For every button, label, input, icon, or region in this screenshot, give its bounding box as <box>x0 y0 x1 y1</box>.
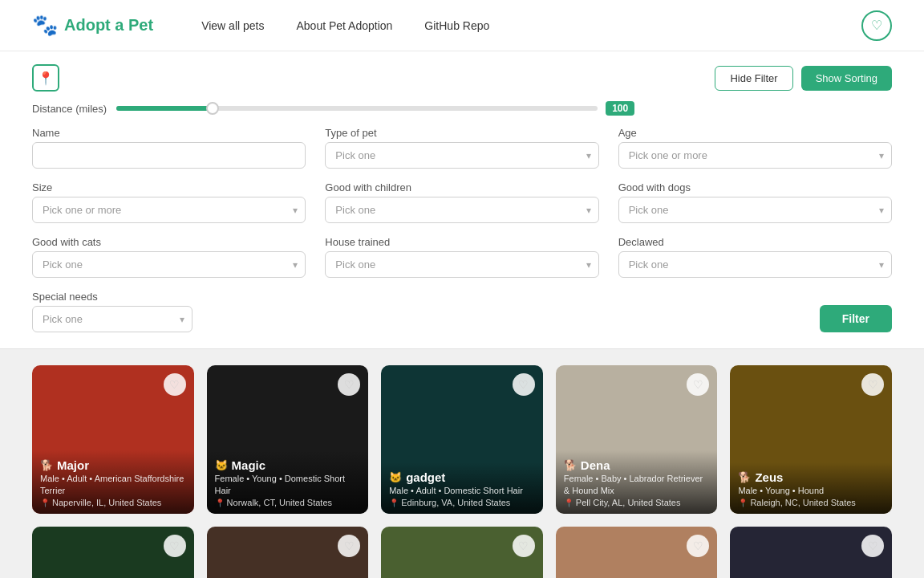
pet-card[interactable]: ♡ <box>32 527 194 578</box>
name-input[interactable] <box>32 142 306 169</box>
heart-icon: ♡ <box>518 539 529 552</box>
pet-details: Male • Adult • American Staffordshire Te… <box>40 473 186 496</box>
main-nav: View all pets About Pet Adoption GitHub … <box>201 19 861 32</box>
pet-card[interactable]: ♡ <box>207 527 369 578</box>
hide-filter-button[interactable]: Hide Filter <box>715 66 792 91</box>
good-children-select-wrapper: Pick one ▾ <box>325 197 598 223</box>
pet-type-icon: 🐕 <box>738 471 751 483</box>
heart-icon: ♡ <box>693 378 703 391</box>
pet-name: 🐕 Major <box>40 458 186 472</box>
size-select-wrapper: Pick one or more ▾ <box>32 197 306 223</box>
pet-details: Female • Baby • Labrador Retriever & Hou… <box>564 473 710 496</box>
pet-name: 🐕 Zeus <box>738 470 884 484</box>
pet-card[interactable]: ♡ 🐕 Major Male • Adult • American Staffo… <box>32 365 194 514</box>
good-cats-label: Good with cats <box>32 236 306 248</box>
pet-favorite-button[interactable]: ♡ <box>164 373 186 396</box>
heart-icon: ♡ <box>169 539 180 552</box>
pet-name: 🐕 Dena <box>564 458 710 472</box>
heart-icon: ♡ <box>518 378 529 391</box>
good-dogs-select[interactable]: Pick one <box>618 197 892 223</box>
type-select-wrapper: Pick one ▾ <box>325 142 598 169</box>
house-trained-field: House trained Pick one ▾ <box>325 236 598 278</box>
size-field: Size Pick one or more ▾ <box>32 181 306 223</box>
declawed-label: Declawed <box>618 236 892 248</box>
slider-thumb[interactable] <box>206 102 219 115</box>
show-sorting-button[interactable]: Show Sorting <box>801 66 892 91</box>
pet-card-info: 🐕 Zeus Male • Young • Hound 📍 Raleigh, N… <box>730 462 892 514</box>
heart-icon: ♡ <box>344 378 355 391</box>
pet-card[interactable]: ♡ <box>556 527 718 578</box>
age-select[interactable]: Pick one or more <box>618 142 892 169</box>
location-icon: 📍 <box>38 71 54 86</box>
pet-type-icon: 🐱 <box>215 459 228 471</box>
pin-icon: 📍 <box>738 499 748 507</box>
house-trained-label: House trained <box>325 236 598 248</box>
declawed-field: Declawed Pick one ▾ <box>618 236 892 278</box>
distance-value: 100 <box>606 101 634 116</box>
pets-section: ♡ 🐕 Major Male • Adult • American Staffo… <box>0 349 924 578</box>
distance-slider-container <box>116 106 598 111</box>
pet-card[interactable]: ♡ 🐱 Magic Female • Young • Domestic Shor… <box>207 365 369 514</box>
slider-track[interactable] <box>116 106 598 111</box>
pet-favorite-button[interactable]: ♡ <box>687 535 709 557</box>
pet-card[interactable]: ♡ <box>730 527 892 578</box>
pet-type-icon: 🐱 <box>389 471 402 483</box>
special-needs-select[interactable]: Pick one <box>32 306 192 332</box>
declawed-select[interactable]: Pick one <box>618 251 892 278</box>
pet-location: 📍 Naperville, IL, United States <box>40 498 186 507</box>
good-dogs-label: Good with dogs <box>618 181 892 193</box>
pet-location: 📍 Edinburg, VA, United States <box>389 498 535 507</box>
heart-icon: ♡ <box>693 539 703 552</box>
favorites-button[interactable]: ♡ <box>861 10 892 41</box>
slider-fill <box>116 106 213 111</box>
pin-icon: 📍 <box>564 499 573 507</box>
pin-icon: 📍 <box>215 499 225 507</box>
size-select[interactable]: Pick one or more <box>32 197 306 223</box>
good-children-select[interactable]: Pick one <box>325 197 598 223</box>
good-children-field: Good with children Pick one ▾ <box>325 181 598 223</box>
header: 🐾 Adopt a Pet View all pets About Pet Ad… <box>0 0 924 51</box>
nav-github[interactable]: GitHub Repo <box>424 19 489 32</box>
age-select-wrapper: Pick one or more ▾ <box>618 142 892 169</box>
pet-details: Female • Young • Domestic Short Hair <box>215 473 361 496</box>
pet-favorite-button[interactable]: ♡ <box>513 373 535 396</box>
pet-card[interactable]: ♡ 🐱 gadget Male • Adult • Domestic Short… <box>381 365 543 514</box>
logo: 🐾 Adopt a Pet <box>32 13 153 38</box>
pet-card-info: 🐕 Dena Female • Baby • Labrador Retrieve… <box>556 450 718 514</box>
pet-type-icon: 🐕 <box>564 459 577 471</box>
good-cats-field: Good with cats Pick one ▾ <box>32 236 306 278</box>
type-field: Type of pet Pick one ▾ <box>325 127 598 169</box>
pet-card[interactable]: ♡ 🐕 Dena Female • Baby • Labrador Retrie… <box>556 365 718 514</box>
pet-favorite-button[interactable]: ♡ <box>687 373 709 396</box>
pet-card[interactable]: ♡ 🐕 Zeus Male • Young • Hound 📍 Raleigh,… <box>730 365 892 514</box>
nav-view-all-pets[interactable]: View all pets <box>201 19 264 32</box>
good-cats-select[interactable]: Pick one <box>32 251 306 278</box>
pet-location: 📍 Pell City, AL, United States <box>564 498 710 507</box>
age-label: Age <box>618 127 892 139</box>
pet-favorite-button[interactable]: ♡ <box>513 535 535 557</box>
nav-about[interactable]: About Pet Adoption <box>296 19 392 32</box>
size-label: Size <box>32 181 306 193</box>
pet-type-icon: 🐕 <box>40 459 53 471</box>
pet-favorite-button[interactable]: ♡ <box>164 535 186 557</box>
pet-favorite-button[interactable]: ♡ <box>861 373 884 396</box>
pet-details: Male • Adult • Domestic Short Hair <box>389 485 535 496</box>
pet-card[interactable]: ♡ <box>381 527 543 578</box>
special-needs-label: Special needs <box>32 291 192 303</box>
location-icon-button[interactable]: 📍 <box>32 64 59 92</box>
paw-icon: 🐾 <box>32 13 58 38</box>
pet-favorite-button[interactable]: ♡ <box>338 535 360 557</box>
heart-icon: ♡ <box>868 539 878 552</box>
heart-icon: ♡ <box>344 539 355 552</box>
type-select[interactable]: Pick one <box>325 142 598 169</box>
special-needs-field: Special needs Pick one ▾ <box>32 291 192 332</box>
declawed-select-wrapper: Pick one ▾ <box>618 251 892 278</box>
filter-buttons: Hide Filter Show Sorting <box>715 66 892 91</box>
house-trained-select[interactable]: Pick one <box>325 251 598 278</box>
pin-icon: 📍 <box>40 499 50 507</box>
pet-favorite-button[interactable]: ♡ <box>338 373 360 396</box>
filter-button[interactable]: Filter <box>820 305 892 332</box>
pet-name: 🐱 gadget <box>389 470 535 484</box>
pet-favorite-button[interactable]: ♡ <box>861 535 884 557</box>
pet-card-info: 🐱 gadget Male • Adult • Domestic Short H… <box>381 462 543 514</box>
